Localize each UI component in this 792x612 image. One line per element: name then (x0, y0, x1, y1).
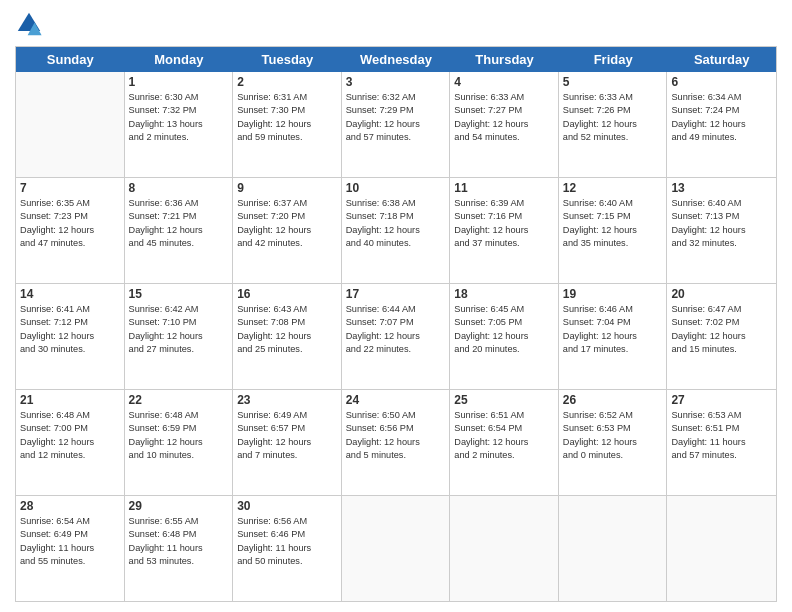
calendar-body: 1Sunrise: 6:30 AMSunset: 7:32 PMDaylight… (16, 72, 776, 601)
cell-info-line: Daylight: 12 hours (563, 436, 663, 449)
cell-info-line: Sunrise: 6:41 AM (20, 303, 120, 316)
cell-info-line: and 0 minutes. (563, 449, 663, 462)
day-number: 14 (20, 287, 120, 301)
cell-info-line: Sunrise: 6:36 AM (129, 197, 229, 210)
day-number: 8 (129, 181, 229, 195)
cell-info-line: and 47 minutes. (20, 237, 120, 250)
cell-info-line: Sunset: 7:23 PM (20, 210, 120, 223)
cell-info-line: Daylight: 12 hours (454, 118, 554, 131)
weekday-header: Friday (559, 47, 668, 72)
day-number: 9 (237, 181, 337, 195)
calendar-cell: 20Sunrise: 6:47 AMSunset: 7:02 PMDayligh… (667, 284, 776, 389)
cell-info-line: Sunrise: 6:42 AM (129, 303, 229, 316)
calendar-row: 14Sunrise: 6:41 AMSunset: 7:12 PMDayligh… (16, 284, 776, 390)
cell-info-line: and 2 minutes. (454, 449, 554, 462)
weekday-header: Thursday (450, 47, 559, 72)
day-number: 2 (237, 75, 337, 89)
cell-info-line: Daylight: 12 hours (563, 118, 663, 131)
calendar-cell: 29Sunrise: 6:55 AMSunset: 6:48 PMDayligh… (125, 496, 234, 601)
calendar-cell: 30Sunrise: 6:56 AMSunset: 6:46 PMDayligh… (233, 496, 342, 601)
cell-info-line: Sunset: 7:13 PM (671, 210, 772, 223)
cell-info-line: and 59 minutes. (237, 131, 337, 144)
calendar-cell: 1Sunrise: 6:30 AMSunset: 7:32 PMDaylight… (125, 72, 234, 177)
cell-info-line: Sunrise: 6:51 AM (454, 409, 554, 422)
cell-info-line: Sunrise: 6:30 AM (129, 91, 229, 104)
cell-info-line: and 49 minutes. (671, 131, 772, 144)
cell-info-line: Daylight: 12 hours (454, 330, 554, 343)
cell-info-line: Sunset: 6:59 PM (129, 422, 229, 435)
day-number: 24 (346, 393, 446, 407)
calendar-cell (559, 496, 668, 601)
cell-info-line: Daylight: 12 hours (346, 330, 446, 343)
cell-info-line: Sunrise: 6:43 AM (237, 303, 337, 316)
cell-info-line: and 54 minutes. (454, 131, 554, 144)
cell-info-line: Sunrise: 6:56 AM (237, 515, 337, 528)
cell-info-line: and 57 minutes. (346, 131, 446, 144)
cell-info-line: Daylight: 12 hours (237, 330, 337, 343)
cell-info-line: and 2 minutes. (129, 131, 229, 144)
calendar-cell: 27Sunrise: 6:53 AMSunset: 6:51 PMDayligh… (667, 390, 776, 495)
day-number: 17 (346, 287, 446, 301)
cell-info-line: Daylight: 12 hours (129, 436, 229, 449)
calendar-row: 1Sunrise: 6:30 AMSunset: 7:32 PMDaylight… (16, 72, 776, 178)
cell-info-line: Sunset: 7:12 PM (20, 316, 120, 329)
calendar-cell: 24Sunrise: 6:50 AMSunset: 6:56 PMDayligh… (342, 390, 451, 495)
cell-info-line: Sunset: 6:51 PM (671, 422, 772, 435)
cell-info-line: Daylight: 12 hours (237, 118, 337, 131)
cell-info-line: Daylight: 12 hours (129, 224, 229, 237)
day-number: 5 (563, 75, 663, 89)
cell-info-line: Sunset: 7:24 PM (671, 104, 772, 117)
calendar-row: 7Sunrise: 6:35 AMSunset: 7:23 PMDaylight… (16, 178, 776, 284)
cell-info-line: Sunrise: 6:37 AM (237, 197, 337, 210)
cell-info-line: Sunset: 6:56 PM (346, 422, 446, 435)
cell-info-line: and 57 minutes. (671, 449, 772, 462)
calendar: SundayMondayTuesdayWednesdayThursdayFrid… (15, 46, 777, 602)
calendar-row: 28Sunrise: 6:54 AMSunset: 6:49 PMDayligh… (16, 496, 776, 601)
calendar-cell: 28Sunrise: 6:54 AMSunset: 6:49 PMDayligh… (16, 496, 125, 601)
cell-info-line: Daylight: 12 hours (346, 118, 446, 131)
cell-info-line: and 45 minutes. (129, 237, 229, 250)
cell-info-line: and 10 minutes. (129, 449, 229, 462)
calendar-cell: 26Sunrise: 6:52 AMSunset: 6:53 PMDayligh… (559, 390, 668, 495)
cell-info-line: and 12 minutes. (20, 449, 120, 462)
cell-info-line: Daylight: 11 hours (237, 542, 337, 555)
cell-info-line: Daylight: 12 hours (237, 224, 337, 237)
weekday-header: Monday (125, 47, 234, 72)
cell-info-line: and 55 minutes. (20, 555, 120, 568)
cell-info-line: and 37 minutes. (454, 237, 554, 250)
day-number: 19 (563, 287, 663, 301)
cell-info-line: and 35 minutes. (563, 237, 663, 250)
calendar-cell (450, 496, 559, 601)
cell-info-line: and 20 minutes. (454, 343, 554, 356)
calendar-cell: 4Sunrise: 6:33 AMSunset: 7:27 PMDaylight… (450, 72, 559, 177)
cell-info-line: and 22 minutes. (346, 343, 446, 356)
cell-info-line: Sunset: 7:10 PM (129, 316, 229, 329)
cell-info-line: Daylight: 12 hours (671, 118, 772, 131)
cell-info-line: Daylight: 11 hours (129, 542, 229, 555)
cell-info-line: Sunrise: 6:48 AM (20, 409, 120, 422)
cell-info-line: Sunrise: 6:49 AM (237, 409, 337, 422)
day-number: 16 (237, 287, 337, 301)
calendar-cell: 15Sunrise: 6:42 AMSunset: 7:10 PMDayligh… (125, 284, 234, 389)
cell-info-line: Sunset: 7:05 PM (454, 316, 554, 329)
cell-info-line: Sunset: 6:54 PM (454, 422, 554, 435)
cell-info-line: Sunset: 6:48 PM (129, 528, 229, 541)
cell-info-line: Sunset: 7:18 PM (346, 210, 446, 223)
calendar-cell: 21Sunrise: 6:48 AMSunset: 7:00 PMDayligh… (16, 390, 125, 495)
page: SundayMondayTuesdayWednesdayThursdayFrid… (0, 0, 792, 612)
calendar-cell: 6Sunrise: 6:34 AMSunset: 7:24 PMDaylight… (667, 72, 776, 177)
cell-info-line: Sunset: 6:57 PM (237, 422, 337, 435)
day-number: 28 (20, 499, 120, 513)
day-number: 21 (20, 393, 120, 407)
day-number: 27 (671, 393, 772, 407)
cell-info-line: Sunrise: 6:40 AM (563, 197, 663, 210)
calendar-cell: 18Sunrise: 6:45 AMSunset: 7:05 PMDayligh… (450, 284, 559, 389)
cell-info-line: Sunrise: 6:45 AM (454, 303, 554, 316)
cell-info-line: Sunset: 7:26 PM (563, 104, 663, 117)
day-number: 12 (563, 181, 663, 195)
cell-info-line: Sunset: 6:49 PM (20, 528, 120, 541)
day-number: 13 (671, 181, 772, 195)
cell-info-line: Daylight: 12 hours (20, 330, 120, 343)
cell-info-line: Daylight: 12 hours (671, 224, 772, 237)
calendar-cell: 7Sunrise: 6:35 AMSunset: 7:23 PMDaylight… (16, 178, 125, 283)
